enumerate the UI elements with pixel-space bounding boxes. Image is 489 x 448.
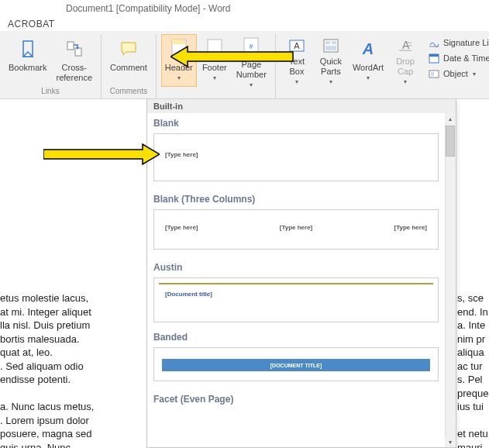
ribbon-group-comments: Comment Comments: [102, 34, 157, 98]
drop-cap-button[interactable]: A Drop Cap ▾: [389, 34, 422, 87]
window-title-bar: Document1 [Compatibility Mode] - Word: [0, 0, 489, 17]
cross-reference-button[interactable]: Cross- reference: [53, 34, 96, 87]
svg-marker-28: [170, 47, 293, 67]
gallery-item-title-austin: Austin: [147, 257, 445, 276]
chevron-down-icon: ▾: [329, 78, 332, 85]
svg-rect-17: [325, 46, 336, 50]
date-time-icon: [428, 52, 440, 64]
chevron-down-icon: ▾: [250, 81, 253, 88]
ribbon-tabs: ACROBAT: [0, 17, 489, 31]
svg-rect-2: [67, 42, 74, 50]
annotation-arrow-blank: [43, 141, 160, 167]
ribbon-group-text: A Text Box ▾ Quick Parts ▾ A WordArt ▾: [276, 34, 489, 98]
gallery-item-banded[interactable]: [DOCUMENT TITLE]: [153, 347, 439, 381]
ribbon-group-links: Bookmark Cross- reference Links: [0, 34, 102, 98]
wordart-icon: A: [356, 36, 381, 61]
chevron-down-icon: ▾: [177, 74, 181, 81]
quick-parts-icon: [319, 36, 343, 55]
svg-text:A: A: [402, 39, 410, 51]
gallery-item-title-blank: Blank: [147, 113, 445, 132]
chevron-down-icon: ▾: [404, 78, 407, 85]
gallery-item-blank-three-columns[interactable]: [Type here] [Type here] [Type here]: [153, 209, 439, 250]
scrollbar-thumb[interactable]: [446, 126, 455, 157]
window-title: Document1 [Compatibility Mode] - Word: [66, 3, 231, 14]
signature-line-button[interactable]: Signature Line ▾: [426, 36, 489, 50]
svg-text:A: A: [362, 40, 374, 57]
header-gallery-dropdown: Built-in Blank [Type here] Blank (Three …: [146, 99, 456, 448]
chevron-down-icon: ▾: [213, 74, 216, 81]
gallery-category-builtin: Built-in: [147, 99, 456, 113]
object-button[interactable]: Object ▾: [426, 67, 489, 81]
cross-reference-icon: [62, 36, 87, 61]
tab-acrobat[interactable]: ACROBAT: [0, 19, 63, 29]
document-body-right: s, sce end. In a. Inte nim pr aliqua ac …: [457, 291, 489, 448]
ribbon-group-label-comments: Comments: [110, 87, 147, 97]
bookmark-button[interactable]: Bookmark: [5, 34, 51, 87]
comment-icon: [116, 36, 141, 61]
gallery-item-austin[interactable]: [Document title]: [153, 277, 439, 322]
drop-cap-icon: A: [393, 36, 418, 55]
chevron-down-icon: ▾: [367, 74, 370, 81]
comment-button[interactable]: Comment: [106, 34, 151, 87]
bookmark-icon: [15, 36, 40, 61]
gallery-item-title-facet: Facet (Even Page): [147, 389, 445, 408]
svg-rect-15: [325, 41, 330, 44]
svg-rect-16: [332, 41, 336, 44]
svg-rect-3: [75, 48, 81, 56]
svg-marker-29: [43, 144, 160, 164]
svg-rect-25: [429, 54, 439, 57]
quick-parts-button[interactable]: Quick Parts ▾: [315, 34, 347, 87]
chevron-down-icon: ▾: [473, 71, 476, 78]
date-time-button[interactable]: Date & Time: [426, 51, 489, 65]
wordart-button[interactable]: A WordArt ▾: [349, 34, 387, 87]
svg-text:A: A: [294, 41, 300, 50]
scroll-up-arrow[interactable]: ▴: [445, 113, 456, 124]
svg-marker-1: [23, 52, 33, 57]
gallery-item-blank[interactable]: [Type here]: [153, 133, 439, 181]
object-icon: [428, 67, 440, 80]
gallery-scrollbar[interactable]: ▴ ▾: [445, 113, 456, 447]
chevron-down-icon: ▾: [295, 78, 298, 85]
gallery-item-title-banded: Banded: [147, 327, 445, 346]
annotation-arrow-header: [170, 43, 294, 70]
signature-icon: [428, 36, 440, 49]
ribbon-group-label-links: Links: [41, 87, 59, 97]
svg-rect-27: [431, 72, 434, 76]
scroll-down-arrow[interactable]: ▾: [445, 436, 456, 447]
gallery-item-title-blank3: Blank (Three Columns): [147, 189, 445, 208]
